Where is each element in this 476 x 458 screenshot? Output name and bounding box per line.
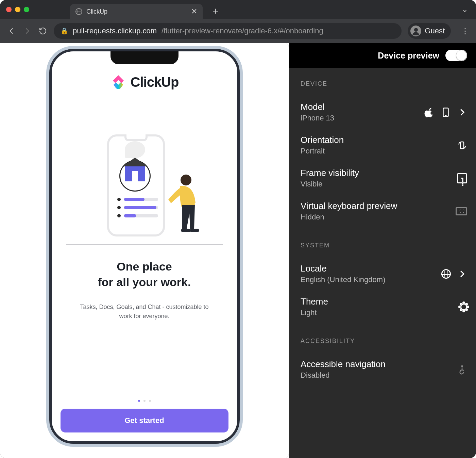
- profile-label: Guest: [425, 27, 445, 35]
- avatar-icon: [410, 26, 421, 36]
- row-value: iPhone 13: [301, 114, 334, 122]
- tab-close-button[interactable]: ✕: [191, 7, 197, 16]
- row-theme[interactable]: Theme Light: [301, 290, 467, 323]
- browser-tab[interactable]: ClickUp ✕: [70, 4, 203, 19]
- section-label-accessibility: ACCESSIBILITY: [301, 338, 467, 345]
- device-preview-panel: Device preview DEVICE Model iPhone 13 Or…: [289, 43, 476, 458]
- row-locale[interactable]: Locale English (United Kingdom): [301, 257, 467, 290]
- row-title: Locale: [301, 263, 385, 274]
- smartphone-icon: [441, 107, 451, 117]
- svg-rect-5: [460, 142, 464, 149]
- window-traffic-lights: [6, 7, 29, 12]
- url-path: /flutter-preview-renovate/gradle-6.x/#/o…: [162, 27, 323, 35]
- page-dot[interactable]: [143, 400, 146, 402]
- row-value: Hidden: [301, 213, 397, 222]
- accessibility-icon: [457, 364, 467, 375]
- keyboard-icon: [456, 207, 467, 215]
- lock-icon: 🔒: [61, 27, 68, 35]
- onboarding-illustration: [80, 134, 209, 247]
- back-button[interactable]: [7, 26, 16, 36]
- sun-icon: [460, 304, 467, 310]
- row-title: Theme: [301, 296, 328, 307]
- row-title: Frame visibility: [301, 168, 359, 178]
- headline-line1: One place: [98, 259, 191, 275]
- row-frame-visibility[interactable]: Frame visibility Visible: [301, 162, 467, 195]
- row-orientation[interactable]: Orientation Portrait: [301, 129, 467, 162]
- clickup-logo-icon: [110, 74, 126, 90]
- row-title: Orientation: [301, 135, 344, 145]
- frame-icon: [457, 173, 467, 183]
- row-value: Disabled: [301, 371, 386, 380]
- chevron-right-icon: [457, 107, 467, 117]
- section-label-device: DEVICE: [301, 80, 467, 87]
- apple-icon: [424, 107, 435, 117]
- tabs-overflow-button[interactable]: ⌄: [462, 5, 468, 14]
- row-value: Light: [301, 308, 328, 317]
- tab-bar: ClickUp ✕ ＋ ⌄: [0, 0, 476, 19]
- panel-title: Device preview: [378, 51, 439, 61]
- page-dot[interactable]: [138, 400, 140, 402]
- row-title: Accessible navigation: [301, 359, 386, 370]
- forward-button: [22, 26, 32, 36]
- svg-point-6: [461, 365, 463, 367]
- row-model[interactable]: Model iPhone 13: [301, 96, 467, 129]
- row-value: Portrait: [301, 147, 344, 156]
- brand-text: ClickUp: [131, 75, 179, 90]
- window-close-button[interactable]: [6, 7, 12, 12]
- content-area: ClickUp: [0, 43, 476, 458]
- row-value: Visible: [301, 180, 359, 189]
- window-minimize-button[interactable]: [15, 7, 20, 12]
- profile-button[interactable]: Guest: [408, 23, 451, 39]
- brand: ClickUp: [110, 74, 179, 90]
- globe-icon: [441, 269, 451, 279]
- url-host: pull-requests.clickup.com: [73, 27, 157, 35]
- phone-notch: [111, 51, 178, 64]
- new-tab-button[interactable]: ＋: [211, 4, 220, 17]
- row-virtual-keyboard[interactable]: Virtual keyboard preview Hidden: [301, 195, 467, 228]
- row-title: Model: [301, 102, 334, 112]
- browser-menu-button[interactable]: ⋮: [461, 26, 469, 36]
- page-dot[interactable]: [149, 400, 151, 402]
- row-title: Virtual keyboard preview: [301, 201, 397, 211]
- tab-favicon-globe-icon: [75, 8, 82, 15]
- chevron-right-icon: [457, 269, 467, 279]
- headline-line2: for all your work.: [98, 275, 191, 290]
- phone-screen: ClickUp: [52, 51, 237, 441]
- subtext: Tasks, Docs, Goals, and Chat - customiza…: [80, 302, 209, 321]
- headline: One place for all your work.: [98, 259, 191, 290]
- tab-title: ClickUp: [86, 8, 187, 15]
- reload-button[interactable]: [38, 26, 48, 36]
- section-label-system: SYSTEM: [301, 242, 467, 249]
- svg-rect-1: [181, 229, 190, 232]
- url-field[interactable]: 🔒 pull-requests.clickup.com/flutter-prev…: [54, 23, 402, 39]
- device-preview-toggle[interactable]: [445, 50, 467, 61]
- address-bar: 🔒 pull-requests.clickup.com/flutter-prev…: [0, 19, 476, 43]
- row-accessible-navigation[interactable]: Accessible navigation Disabled: [301, 353, 467, 386]
- person-illustration: [162, 173, 202, 244]
- window-zoom-button[interactable]: [24, 7, 29, 12]
- svg-rect-2: [190, 229, 199, 232]
- get-started-button[interactable]: Get started: [61, 409, 228, 432]
- phone-preview-panel: ClickUp: [0, 43, 289, 458]
- panel-header: Device preview: [289, 43, 476, 68]
- rotate-icon: [457, 140, 467, 150]
- row-value: English (United Kingdom): [301, 275, 385, 284]
- svg-point-0: [181, 175, 191, 185]
- device-frame: ClickUp: [49, 49, 240, 444]
- page-indicator: [52, 400, 237, 402]
- browser-chrome: ClickUp ✕ ＋ ⌄ 🔒 pull-requests.clickup.co…: [0, 0, 476, 43]
